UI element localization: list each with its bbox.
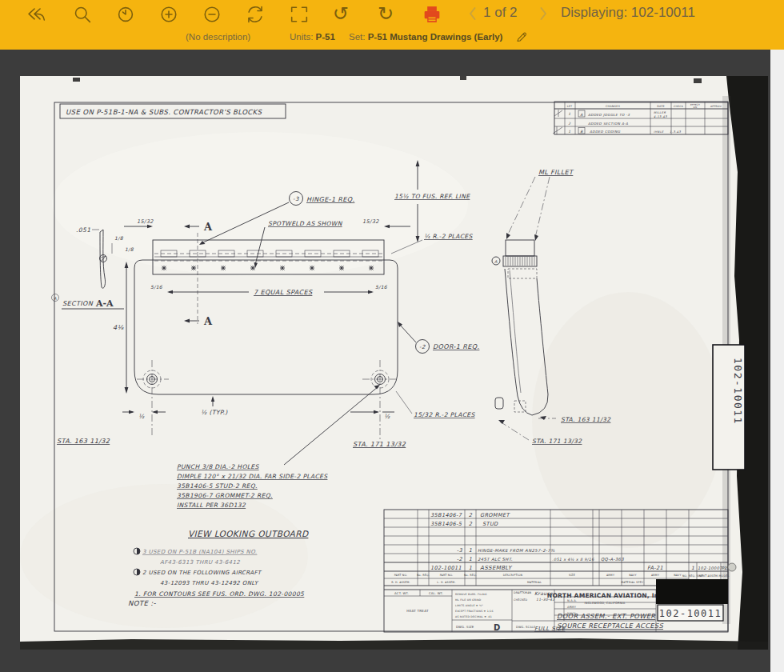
hinge-callout: HINGE-1 REQ. — [306, 196, 354, 203]
dim-1-8-a: 1/8 — [114, 235, 124, 241]
rev-h-effect2: ON — [694, 106, 698, 109]
rotate-right-icon[interactable]: ↻ — [378, 0, 394, 27]
edge-number-strip: 102-10011 — [713, 345, 745, 470]
part-row5-no: 102-10011 — [430, 565, 462, 571]
dim-half-right: ½ — [384, 413, 390, 420]
part-row2-no: 35B1406-5 — [430, 521, 462, 527]
tb-approved-naa: N.A.A. — [567, 599, 577, 602]
description-label: (No description) — [186, 32, 250, 42]
install-note: INSTALL PER 36D132 — [177, 502, 246, 509]
revision-table: LET CHANGES DATE CHECK EFFECT ON APPROV … — [553, 102, 728, 134]
ph-material: MATERIAL — [527, 581, 542, 584]
spotweld-note: SPOTWELD AS SHOWN — [268, 220, 343, 227]
next-page-icon[interactable] — [534, 3, 552, 24]
drawing-sheet[interactable]: USE ON P-51B-1-NA & SUBS. CONTRACTOR'S B… — [20, 76, 768, 650]
note-2b: 43-12093 THRU 43-12492 ONLY — [160, 580, 259, 586]
note-3a: 3 USED ON P-51B (NA104) SHIPS NO. — [142, 549, 257, 555]
toolbar: ↺ ↻ 1 of 2 Displaying: 102-10011 (No des… — [0, 0, 784, 50]
ph-lh-assem: L. H. ASSEM. — [437, 581, 455, 584]
print-icon[interactable] — [421, 3, 443, 26]
ph-next-assem: NEXT ASSEM. — [699, 574, 718, 578]
tb-draftsman-label: DRAFTSMAN — [514, 591, 532, 594]
displaying-label: Displaying: 102-10011 — [561, 5, 695, 21]
grommet-note: 35B1906-7 GROMMET-2 REQ. — [177, 492, 273, 499]
sta-171-side: STA. 171 13/32 — [532, 438, 582, 445]
drawing-viewer-app: ↺ ↻ 1 of 2 Displaying: 102-10011 (No des… — [0, 0, 784, 672]
section-aa-label: A-A — [95, 298, 114, 309]
refresh-icon[interactable] — [244, 3, 266, 26]
history-icon[interactable] — [114, 3, 137, 26]
rev-r1-datename: MILLER — [654, 111, 666, 114]
part-row5-desc: ASSEMBLY — [480, 565, 513, 571]
part-row1-qty: 2 — [469, 512, 473, 518]
back-icon[interactable] — [26, 3, 48, 26]
part-row4-spec: QQ-A-363 — [601, 557, 624, 562]
sta-163-front: STA. 163 11/32 — [57, 438, 110, 445]
part-row2-desc: STUD — [482, 521, 498, 527]
blueprint-scan: USE ON P-51B-1-NA & SUBS. CONTRACTOR'S B… — [20, 76, 768, 650]
use-on-text: USE ON P-51B-1-NA & SUBS. CONTRACTOR'S B… — [66, 108, 263, 116]
rev-r3-let: B — [580, 130, 583, 134]
door-number: -2 — [419, 344, 426, 350]
rev-r2-num: 2 — [568, 122, 571, 126]
dim-half-left: ½ — [138, 413, 145, 420]
tb-cal-wt: CAL. WT. — [429, 591, 443, 595]
seven-equal-spaces: 7 EQUAL SPACES — [254, 289, 313, 296]
dim-5-16-left: 5/16 — [150, 284, 163, 290]
search-icon[interactable] — [71, 3, 94, 26]
previous-page-icon[interactable] — [464, 3, 482, 24]
stud-note: 35B1406-5 STUD-2 REQ. — [177, 482, 258, 490]
hinge-number: -3 — [293, 196, 299, 202]
tb-limits2: ML FILE OR GRIND — [455, 598, 482, 602]
viewer-canvas[interactable]: USE ON P-51B-1-NA & SUBS. CONTRACTOR'S B… — [0, 50, 770, 672]
note-label: NOTE :- — [128, 599, 157, 607]
next-assy-qty: 1 — [691, 565, 694, 570]
tb-location: INGLEWOOD, CALIFORNIA — [585, 602, 626, 605]
rev-r1-num: 1 — [568, 112, 570, 116]
fullscreen-icon[interactable] — [288, 3, 310, 26]
dimple-note: DIMPLE 120° x 21/32 DIA. FAR SIDE-2 PLAC… — [177, 473, 328, 480]
ph-material-spec: MATERIAL SPEC. — [621, 581, 645, 584]
part-row4-no: -2 — [457, 556, 463, 562]
rev-h-changes: CHANGES — [606, 105, 620, 108]
rev-r3-datename: IHNLE — [654, 130, 664, 134]
rev-r1-dateval: 4-13-43 — [654, 115, 667, 118]
rev-r1-change: ADDED JOGGLE TO -3 — [588, 113, 630, 117]
rotate-left-icon[interactable]: ↺ — [333, 0, 349, 27]
dim-15-32-right: 15/32 — [362, 218, 379, 225]
set-label: Set: — [349, 32, 365, 42]
ph-size: SIZE — [569, 574, 575, 577]
dim-15-32-left: 15/32 — [137, 218, 154, 225]
ph-description: DESCRIPTION — [503, 574, 523, 577]
ph-part-no-1: PART NO. — [394, 574, 408, 577]
sta-163-side: STA. 163 11/32 — [561, 416, 611, 423]
set-field: Set: P-51 Mustang Drawings (Early) — [349, 32, 502, 42]
ph-rh-assem: R. H. ASSEM. — [391, 581, 410, 584]
dim-1-8-b: 1/8 — [125, 246, 134, 252]
zoom-in-icon[interactable] — [158, 3, 180, 26]
note-3b: AF43-6313 THRU 43-6412 — [160, 559, 240, 566]
rev-h-date: DATE — [657, 105, 665, 108]
page-indicator: 1 of 2 — [483, 5, 518, 21]
rev-h-check: CHECK — [674, 105, 684, 108]
ph-no-req-2: No. REQ. — [464, 574, 477, 577]
tb-limits1: REMOVE BURS. FILING — [455, 593, 487, 596]
dim-5-16-right: 5/16 — [375, 284, 388, 290]
tb-dwg-size: D — [494, 623, 501, 632]
zoom-out-icon[interactable] — [201, 3, 223, 26]
section-marker-bottom: A — [203, 315, 213, 327]
part-row4-desc: 24ST ALC SHT. — [478, 557, 513, 562]
rev-r3-change: ADDED CODING — [590, 130, 621, 134]
part-row4-qty: 1 — [469, 556, 473, 562]
tb-scale-label: DWG. SCALE — [516, 626, 535, 629]
punch-note: PUNCH 3/8 DIA.-2 HOLES — [177, 463, 259, 470]
tb-limits4: EXCEPT FRACTIONS ± 1/16 — [455, 610, 494, 613]
use-on-box: USE ON P-51B-1-NA & SUBS. CONTRACTOR'S B… — [60, 104, 286, 118]
rev-h-let: LET — [567, 105, 573, 108]
vertical-scrollbar[interactable] — [770, 50, 784, 672]
units-value: P-51 — [316, 32, 335, 42]
view-label: VIEW LOOKING OUTBOARD — [188, 529, 309, 538]
tb-dwg-size-label: DWG. SIZE — [456, 625, 474, 629]
rev-r1-let: A — [580, 113, 583, 117]
edit-pencil-icon[interactable] — [515, 30, 528, 43]
